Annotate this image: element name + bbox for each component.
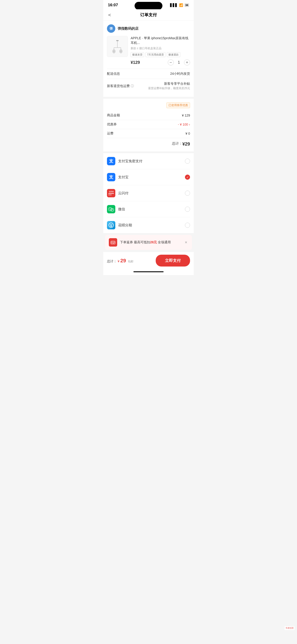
payment-section: 支 支付宝免密支付 支 支付宝 ✓ 云闪付 云闪付 [103, 153, 194, 233]
alipay-icon: 支 [107, 173, 115, 181]
return-shipping-label: 新客退货包运费 [107, 84, 130, 88]
huabei-icon [107, 221, 115, 229]
increase-quantity-button[interactable]: + [184, 60, 190, 66]
huabei-label: 花呗分期 [118, 223, 185, 228]
product-tags: 极速发货 7天无理由退货 极速退款 [131, 52, 190, 57]
huabei-radio[interactable] [185, 223, 190, 228]
coupon-banner-close-button[interactable]: × [184, 239, 188, 246]
back-button[interactable]: ＜ [107, 12, 112, 18]
coupon-value-group: - ¥ 100 › [178, 122, 190, 126]
dynamic-island [135, 2, 162, 10]
alipay-radio[interactable]: ✓ [185, 174, 190, 180]
payment-wechat[interactable]: 微信 [107, 201, 190, 217]
pricing-card: 已使用推荐优惠 商品金额 ¥ 129 优惠券 - ¥ 100 › 运费 ¥ 0 … [103, 99, 194, 151]
svg-point-7 [113, 50, 115, 52]
product-title: APPLE · 苹果 iphone15proMax原装有线耳机... [131, 36, 190, 45]
delivery-row: 配送信息 24小时内发货 [107, 69, 190, 79]
info-icon[interactable]: ⓘ [131, 84, 134, 88]
coupon-banner-icon [109, 238, 117, 246]
shop-header: 弹 弹指数码的店 [107, 24, 190, 33]
coupon-row[interactable]: 优惠券 - ¥ 100 › [107, 120, 190, 129]
wechat-icon [107, 205, 115, 213]
coupon-value: - ¥ 100 [178, 122, 188, 126]
svg-rect-22 [107, 221, 115, 229]
product-image [107, 36, 128, 57]
coupon-text-suffix: 全场通用 [157, 240, 171, 244]
bottom-bar: 总计： ¥ 29 包邮 立即支付 [103, 252, 194, 269]
svg-point-20 [111, 210, 112, 210]
home-bar [133, 271, 164, 272]
page-title: 订单支付 [140, 12, 157, 18]
return-shipping-value: 新客专享平台补贴 [148, 82, 190, 86]
payment-yunshan[interactable]: 云闪付 云闪付 [107, 185, 190, 201]
status-bar: 16:07 ▋▋▋ 📶 34 [103, 0, 194, 9]
quantity-value: 1 [177, 60, 181, 64]
total-row: 总计： ¥29 [107, 138, 190, 148]
shipping-row: 运费 ¥ 0 [107, 129, 190, 138]
return-shipping-sub: 退货运费补贴升级，额度高至25元 [148, 86, 190, 90]
coupon-text-prefix: 下单返券 最高可抵扣 [120, 240, 150, 244]
decrease-quantity-button[interactable]: − [168, 60, 174, 66]
total-label: 总计： [172, 142, 182, 147]
total-text: 总计： [107, 259, 117, 263]
pay-now-button[interactable]: 立即支付 [156, 255, 190, 266]
signal-icon: ▋▋▋ [170, 3, 178, 7]
svg-text:弹: 弹 [109, 27, 113, 30]
coupon-banner: 下单返券 最高可抵扣26元 全场通用 × [105, 235, 192, 250]
payment-alipay-free[interactable]: 支 支付宝免密支付 [107, 153, 190, 169]
tag-return: 7天无理由退货 [145, 52, 165, 57]
wechat-label: 微信 [118, 207, 185, 212]
coupon-highlight: 26元 [150, 240, 157, 244]
svg-point-21 [113, 210, 113, 210]
goods-amount-value: ¥ 129 [182, 114, 190, 117]
svg-rect-15 [108, 194, 112, 195]
return-shipping-label-group: 新客退货包运费 ⓘ [107, 84, 134, 88]
main-content: 弹 弹指数码的店 [103, 21, 194, 250]
alipay-label: 支付宝 [118, 175, 185, 180]
goods-amount-row: 商品金额 ¥ 129 [107, 111, 190, 120]
svg-rect-25 [111, 241, 115, 244]
yunshan-icon: 云闪付 [107, 189, 115, 197]
svg-point-26 [112, 243, 112, 244]
shop-avatar: 弹 [107, 24, 115, 33]
product-info: APPLE · 苹果 iphone15proMax原装有线耳机... 新款 c … [131, 36, 190, 66]
wifi-icon: 📶 [179, 3, 183, 7]
shop-name: 弹指数码的店 [118, 26, 139, 31]
product-row: APPLE · 苹果 iphone15proMax原装有线耳机... 新款 c … [107, 36, 190, 66]
alipay-free-radio[interactable] [185, 158, 190, 164]
tag-fast-refund: 极速退款 [167, 52, 180, 57]
coupon-chevron-icon: › [189, 122, 190, 126]
yunshan-radio[interactable] [185, 190, 190, 196]
product-subtitle: 新款 c 接口耳机盒装正品 [131, 46, 190, 50]
bottom-total-label: 总计： ¥ 29 包邮 [107, 259, 133, 263]
shipping-note: 包邮 [128, 260, 133, 263]
return-shipping-value-group: 新客专享平台补贴 退货运费补贴升级，额度高至25元 [148, 82, 190, 90]
tag-fast-ship: 极速发货 [131, 52, 144, 57]
product-card: 弹 弹指数码的店 [103, 21, 194, 97]
alipay-check-icon: ✓ [186, 176, 189, 179]
svg-point-10 [120, 50, 122, 52]
svg-point-17 [109, 209, 110, 210]
svg-point-24 [110, 226, 112, 227]
quantity-control: − 1 + [168, 60, 190, 66]
status-icons: ▋▋▋ 📶 34 [170, 3, 189, 7]
payment-alipay[interactable]: 支 支付宝 ✓ [107, 169, 190, 185]
alipay-free-label: 支付宝免密支付 [118, 159, 185, 164]
home-indicator [103, 269, 194, 275]
total-currency: ¥ [118, 259, 119, 263]
svg-rect-11 [116, 40, 119, 41]
payment-huabei[interactable]: 花呗分期 [107, 217, 190, 233]
return-shipping-row: 新客退货包运费 ⓘ 新客专享平台补贴 退货运费补贴升级，额度高至25元 [107, 79, 190, 93]
delivery-label: 配送信息 [107, 72, 120, 76]
shipping-value: ¥ 0 [186, 132, 190, 135]
battery-icon: 34 [184, 3, 189, 7]
alipay-free-icon: 支 [107, 157, 115, 165]
yunshan-label: 云闪付 [118, 191, 185, 196]
svg-point-19 [111, 208, 114, 211]
wechat-radio[interactable] [185, 206, 190, 212]
svg-rect-27 [113, 243, 114, 244]
coupon-label: 优惠券 [107, 122, 117, 126]
coupon-banner-text: 下单返券 最高可抵扣26元 全场通用 [120, 240, 181, 244]
product-price: ¥129 [131, 60, 140, 65]
total-value: ¥29 [182, 142, 190, 147]
